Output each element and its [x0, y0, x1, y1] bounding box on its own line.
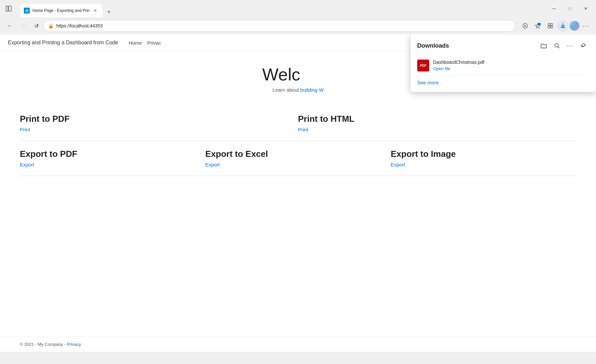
nav-privacy-link[interactable]: Privac	[147, 40, 161, 46]
collections-button[interactable]	[544, 20, 556, 32]
immersive-reader-button[interactable]	[519, 20, 531, 32]
tab-title: Home Page - Exporting and Prin	[32, 8, 90, 13]
lock-icon: 🔒	[48, 23, 54, 28]
export-to-pdf-link[interactable]: Export	[20, 162, 34, 167]
url-input[interactable]: 🔒 https://localhost:44353	[44, 20, 515, 32]
close-button[interactable]: ✕	[578, 3, 593, 15]
svg-rect-5	[548, 23, 550, 25]
browser-chrome: Home Page - Exporting and Prin ✕ + — □ ✕…	[0, 0, 596, 364]
welcome-link[interactable]: building W	[300, 87, 323, 93]
print-to-pdf-heading: Print to PDF	[20, 114, 298, 124]
forward-button[interactable]: →	[17, 20, 29, 32]
site-footer: © 2021 - My Company - Privacy	[0, 336, 596, 352]
tab-close-button[interactable]: ✕	[92, 8, 98, 14]
print-to-html-heading: Print to HTML	[298, 114, 576, 124]
export-to-image-heading: Export to Image	[391, 149, 576, 159]
print-to-html-item: Print to HTML Print	[298, 106, 576, 141]
print-to-html-link[interactable]: Print	[298, 127, 308, 132]
maximize-button[interactable]: □	[562, 3, 577, 15]
active-tab[interactable]: Home Page - Exporting and Prin ✕	[20, 4, 102, 17]
nav-links: Home Privac	[129, 40, 161, 46]
downloads-button[interactable]	[557, 20, 569, 32]
downloads-more-button[interactable]: ···	[564, 40, 576, 52]
print-to-pdf-link[interactable]: Print	[20, 127, 30, 132]
download-filename: DashboardChristmas.pdf	[433, 60, 589, 65]
url-text: https://localhost:44353	[56, 23, 511, 28]
export-to-excel-link[interactable]: Export	[205, 162, 220, 167]
favorites-button[interactable]: +	[532, 20, 544, 32]
downloads-toolbar: ···	[538, 40, 589, 52]
downloads-search-button[interactable]	[551, 40, 563, 52]
footer-copyright: © 2021 - My Company -	[20, 342, 66, 347]
site-title: Exporting and Printing a Dashboard from …	[8, 40, 118, 46]
download-info: DashboardChristmas.pdf Open file	[433, 60, 589, 71]
svg-rect-7	[548, 26, 550, 28]
downloads-folder-button[interactable]	[538, 40, 550, 52]
status-bar	[0, 352, 596, 364]
profile-avatar[interactable]	[570, 21, 579, 31]
refresh-button[interactable]: ↺	[30, 20, 42, 32]
address-bar: ← → ↺ 🔒 https://localhost:44353 +	[0, 17, 596, 34]
browser-menu-button[interactable]: ···	[580, 20, 592, 32]
downloads-pin-button[interactable]	[577, 40, 589, 52]
export-to-pdf-item: Export to PDF Export	[20, 141, 205, 176]
print-section: Print to PDF Print Print to HTML Print	[20, 106, 576, 141]
svg-rect-6	[551, 23, 553, 25]
export-to-pdf-heading: Export to PDF	[20, 149, 205, 159]
page-content: Exporting and Printing a Dashboard from …	[0, 34, 596, 352]
nav-home-link[interactable]: Home	[129, 40, 142, 46]
export-to-excel-item: Export to Excel Export	[205, 141, 391, 176]
sidebar-toggle-button[interactable]	[3, 3, 15, 15]
svg-text:+: +	[539, 23, 540, 25]
tab-bar: Home Page - Exporting and Prin ✕ +	[17, 0, 546, 17]
export-to-excel-heading: Export to Excel	[205, 149, 391, 159]
browser-toolbar: + ···	[519, 20, 592, 32]
svg-rect-0	[6, 6, 8, 11]
tab-favicon-icon	[24, 8, 30, 14]
svg-rect-1	[9, 6, 11, 11]
downloads-title: Downloads	[417, 42, 538, 49]
export-section: Export to PDF Export Export to Excel Exp…	[20, 141, 576, 176]
minimize-button[interactable]: —	[546, 3, 562, 15]
print-to-pdf-item: Print to PDF Print	[20, 106, 298, 141]
new-tab-button[interactable]: +	[104, 7, 114, 17]
window-controls: — □ ✕	[546, 3, 593, 15]
see-more-link[interactable]: See more	[417, 76, 589, 87]
export-to-image-link[interactable]: Export	[391, 162, 405, 167]
downloads-header: Downloads ···	[417, 40, 589, 52]
download-item: PDF DashboardChristmas.pdf Open file	[417, 57, 589, 76]
footer-privacy-link[interactable]: Privacy	[67, 342, 81, 347]
open-file-link[interactable]: Open file	[433, 66, 450, 71]
svg-rect-8	[551, 26, 553, 28]
export-to-image-item: Export to Image Export	[391, 141, 576, 176]
pdf-file-icon: PDF	[417, 60, 429, 71]
downloads-panel: Downloads ···	[411, 34, 596, 92]
back-button[interactable]: ←	[4, 20, 16, 32]
title-bar: Home Page - Exporting and Prin ✕ + — □ ✕	[0, 0, 596, 17]
